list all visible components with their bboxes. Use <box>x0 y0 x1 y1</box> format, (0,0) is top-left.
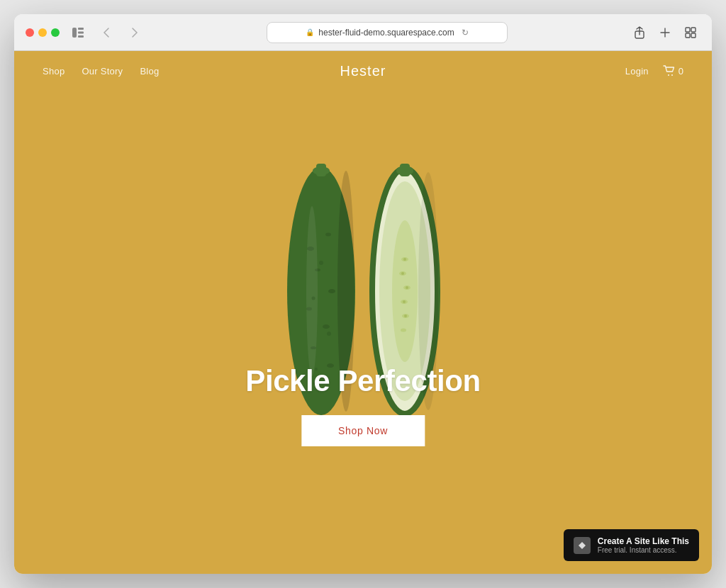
hero-content: Pickle Perfection Shop Now <box>245 364 480 446</box>
nav-login-link[interactable]: Login <box>625 66 649 77</box>
cart-icon[interactable]: 0 <box>663 65 683 77</box>
badge-sub-text: Free trial. Instant access. <box>598 546 689 554</box>
website-content: Shop Our Story Blog Hester Login 0 <box>14 51 712 574</box>
svg-point-43 <box>403 300 406 303</box>
nav-right: Login 0 <box>363 65 683 77</box>
shop-now-button[interactable]: Shop Now <box>301 415 425 446</box>
svg-rect-0 <box>72 28 77 38</box>
fullscreen-button[interactable] <box>51 28 60 37</box>
svg-point-33 <box>392 220 418 362</box>
svg-point-15 <box>325 233 331 237</box>
svg-point-27 <box>319 261 323 265</box>
browser-window: 🔒 hester-fluid-demo.squarespace.com ↻ Sh… <box>14 14 712 574</box>
svg-point-25 <box>306 206 318 376</box>
minimize-button[interactable] <box>38 28 47 37</box>
url-text: hester-fluid-demo.squarespace.com <box>318 28 454 38</box>
svg-point-40 <box>403 258 406 261</box>
close-button[interactable] <box>26 28 34 37</box>
svg-rect-1 <box>78 28 84 30</box>
address-bar-container: 🔒 hester-fluid-demo.squarespace.com ↻ <box>153 22 621 43</box>
browser-actions <box>630 23 700 43</box>
badge-main-text: Create A Site Like This <box>598 536 689 546</box>
brand-logo[interactable]: Hester <box>340 63 386 79</box>
tab-overview-button[interactable] <box>681 23 700 43</box>
svg-rect-2 <box>78 31 84 33</box>
svg-rect-3 <box>78 35 84 38</box>
squarespace-logo-icon <box>574 537 591 554</box>
svg-point-11 <box>668 74 669 76</box>
nav-center: Hester <box>340 63 386 79</box>
hero-title: Pickle Perfection <box>245 364 480 398</box>
svg-point-29 <box>327 332 331 336</box>
svg-rect-24 <box>316 164 326 176</box>
svg-point-17 <box>328 289 335 293</box>
svg-rect-9 <box>686 33 690 38</box>
nav-shop-link[interactable]: Shop <box>43 66 65 77</box>
reload-button[interactable]: ↻ <box>462 28 469 38</box>
svg-rect-8 <box>691 28 696 32</box>
share-button[interactable] <box>630 23 649 43</box>
cart-count: 0 <box>678 66 683 77</box>
svg-point-12 <box>671 74 673 76</box>
squarespace-badge[interactable]: Create A Site Like This Free trial. Inst… <box>564 529 699 561</box>
nav-blog-link[interactable]: Blog <box>140 66 159 77</box>
svg-point-41 <box>401 272 404 275</box>
nav-left: Shop Our Story Blog <box>43 66 363 77</box>
svg-point-28 <box>312 297 315 300</box>
svg-point-42 <box>406 286 408 289</box>
svg-rect-7 <box>686 28 690 32</box>
svg-point-19 <box>323 324 330 329</box>
new-tab-button[interactable] <box>655 23 675 43</box>
svg-point-39 <box>401 329 406 332</box>
nav-story-link[interactable]: Our Story <box>82 66 123 77</box>
back-button[interactable] <box>96 23 116 43</box>
sidebar-toggle-button[interactable] <box>68 23 88 43</box>
svg-rect-47 <box>400 164 410 176</box>
forward-button[interactable] <box>125 23 145 43</box>
svg-point-44 <box>404 315 407 317</box>
svg-rect-10 <box>691 33 696 38</box>
lock-icon: 🔒 <box>306 28 314 36</box>
site-nav: Shop Our Story Blog Hester Login 0 <box>14 51 712 91</box>
traffic-lights <box>26 28 60 37</box>
browser-chrome: 🔒 hester-fluid-demo.squarespace.com ↻ <box>14 14 712 51</box>
address-bar[interactable]: 🔒 hester-fluid-demo.squarespace.com ↻ <box>267 22 508 43</box>
badge-text: Create A Site Like This Free trial. Inst… <box>598 536 689 554</box>
